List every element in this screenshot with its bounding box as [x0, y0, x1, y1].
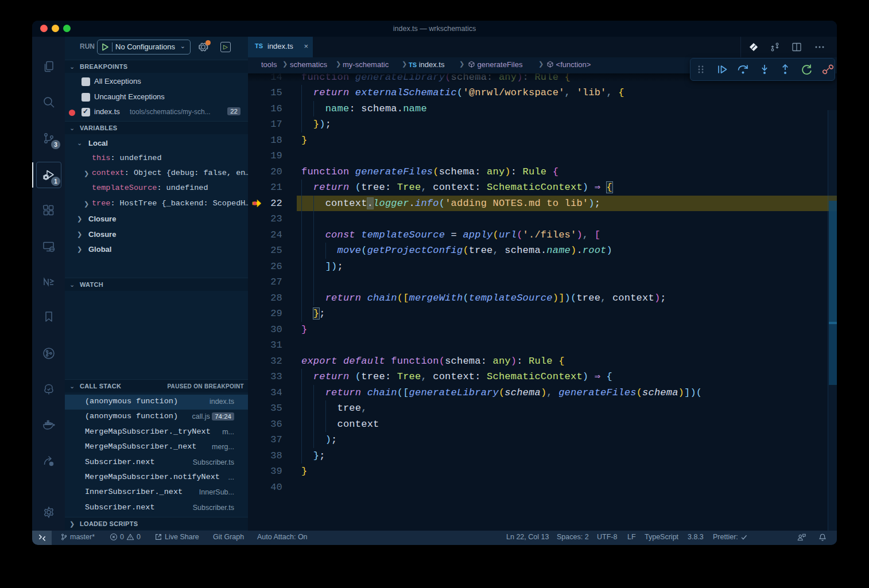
breadcrumb-item[interactable]: my-schematic [343, 60, 389, 69]
compare-branches-icon[interactable] [769, 41, 781, 53]
disconnect-icon[interactable] [821, 63, 835, 76]
line-number: 21 [248, 180, 282, 196]
debug-configuration-dropdown[interactable]: No Configurations ⌄ [97, 40, 191, 54]
status-bell[interactable] [818, 533, 827, 542]
breadcrumb-item[interactable]: tools [261, 60, 277, 69]
code-line-22: context.logger.info('adding NOTES.md to … [301, 196, 600, 212]
status-prettier-[interactable]: Prettier: [713, 533, 748, 541]
settings-gear-icon[interactable] [32, 499, 65, 526]
activity-source-control-icon[interactable]: 3 [32, 124, 65, 152]
step-over-icon[interactable] [736, 63, 750, 76]
variables-section-header[interactable]: ⌄VARIABLES [65, 121, 248, 134]
restart-icon[interactable] [800, 63, 813, 76]
variable-row-tree[interactable]: ❯tree: HostTree {_backend: ScopedH… [65, 197, 248, 212]
scope-row-closure[interactable]: ❯Closure [65, 212, 248, 227]
status-git-graph[interactable]: Git Graph [213, 533, 244, 541]
more-actions-icon[interactable] [814, 41, 825, 53]
step-into-icon[interactable] [758, 63, 771, 76]
activity-files-icon[interactable] [32, 53, 65, 80]
status-0[interactable]: 00 [110, 533, 141, 541]
status-feedback[interactable] [797, 533, 806, 542]
status-spaces-2[interactable]: Spaces: 2 [557, 533, 589, 541]
line-number: 36 [248, 416, 282, 433]
code-line-20: function generateFiles(schema: any): Rul… [301, 164, 558, 180]
close-tab-icon[interactable]: × [304, 42, 308, 50]
debug-sidebar: RUN No Configurations ⌄ ▷ ⌄BREAKPOINTSAl… [65, 37, 248, 531]
tab-index-ts[interactable]: TS index.ts × [248, 37, 313, 57]
breakpoint-checkbox[interactable] [82, 77, 90, 86]
breadcrumb-item[interactable]: schematics [290, 60, 327, 69]
step-out-icon[interactable] [778, 63, 792, 76]
breakpoints-section-header[interactable]: ⌄BREAKPOINTS [65, 60, 248, 73]
gear-notification-dot [205, 40, 211, 45]
variable-row-this[interactable]: this: undefined [65, 151, 248, 166]
breakpoint-label: index.ts [94, 107, 120, 116]
line-number: 31 [248, 337, 282, 353]
status-typescript[interactable]: TypeScript [645, 533, 678, 541]
frame-file: ... [228, 473, 234, 481]
activity-share-icon[interactable] [32, 447, 65, 475]
breakpoint-checkbox[interactable]: ✓ [82, 108, 90, 116]
breadcrumb-separator: ❯ [538, 60, 544, 68]
title-bar[interactable]: index.ts — wrkschematics [32, 21, 837, 37]
call-stack-frame[interactable]: Subscriber.nextSubscriber.ts [65, 501, 248, 516]
code-line-33: return (tree: Tree, context: SchematicCo… [301, 369, 612, 385]
continue-icon[interactable] [715, 63, 729, 76]
variable-row-context[interactable]: ❯context: Object {debug: false, en… [65, 166, 248, 181]
editor-scrollbar[interactable] [828, 110, 837, 531]
call-stack-section-header[interactable]: ⌄CALL STACKPAUSED ON BREAKPOINT [65, 379, 248, 392]
call-stack-frame[interactable]: Subscriber.nextSubscriber.ts [65, 455, 248, 470]
status-utf-8[interactable]: UTF-8 [597, 533, 617, 541]
code-line-26: ]); [301, 259, 343, 275]
loaded-scripts-section-header[interactable]: ❯LOADED SCRIPTS [65, 517, 248, 530]
scope-row-global[interactable]: ❯Global [65, 242, 248, 257]
call-stack-frame[interactable]: (anonymous function)index.ts [65, 395, 248, 410]
variable-row-templateSource[interactable]: templateSource: undefined [65, 181, 248, 196]
activity-nx-console-icon[interactable] [32, 268, 65, 295]
open-debug-console-button[interactable]: ▷ [220, 42, 231, 52]
status-3-8-3[interactable]: 3.8.3 [688, 533, 704, 541]
breakpoint-checkbox[interactable] [82, 93, 90, 102]
call-stack-frame[interactable]: InnerSubscriber._nextInnerSub... [65, 485, 248, 500]
breakpoint-dot-icon [69, 110, 75, 116]
scope-row-closure[interactable]: ❯Closure [65, 227, 248, 242]
activity-git-graph-icon[interactable] [32, 340, 65, 367]
remote-indicator[interactable] [32, 531, 52, 545]
breadcrumb-item[interactable]: generateFiles [468, 60, 522, 69]
call-stack-frame[interactable]: MergeMapSubscriber._nextmerg... [65, 440, 248, 455]
activity-search-icon[interactable] [32, 88, 65, 116]
code-line-25: move(getProjectConfig(tree, schema.name)… [301, 243, 612, 259]
status-lf[interactable]: LF [627, 533, 636, 541]
code-line-28: return chain([mergeWith(templateSource)]… [301, 290, 666, 306]
call-stack-frame[interactable]: MergeMapSubscriber.notifyNext... [65, 470, 248, 485]
status-auto-attach-on[interactable]: Auto Attach: On [257, 533, 308, 541]
activity-test-explorer-icon[interactable] [32, 376, 65, 403]
code-line-27 [301, 274, 325, 290]
start-debug-icon[interactable] [102, 43, 108, 51]
call-stack-frame[interactable]: (anonymous function)call.js 74:24 [65, 410, 248, 425]
code-editor[interactable]: 1415161718192021222324252627282930313233… [248, 73, 837, 531]
activity-run-debug-icon[interactable]: 1 [32, 161, 65, 189]
breakpoint-row[interactable]: ✓index.tstools/schematics/my-sch...22 [65, 105, 248, 120]
line-number: 32 [248, 353, 282, 369]
activity-docker-icon[interactable] [32, 411, 65, 439]
watch-section-header[interactable]: ⌄WATCH [65, 278, 248, 291]
split-editor-icon[interactable] [791, 41, 802, 53]
activity-remote-explorer-icon[interactable] [32, 233, 65, 260]
status-live-share[interactable]: Live Share [154, 533, 199, 541]
breadcrumb-item[interactable]: TS index.ts [409, 60, 444, 69]
activity-bookmarks-icon[interactable] [32, 303, 65, 330]
debug-settings-gear[interactable] [198, 42, 208, 52]
activity-extensions-icon[interactable] [32, 197, 65, 224]
breakpoint-row[interactable]: Uncaught Exceptions [65, 90, 248, 105]
breadcrumb-item[interactable]: <function> [546, 60, 591, 69]
open-changes-icon[interactable] [748, 41, 759, 53]
status-ln-22-col-13[interactable]: Ln 22, Col 13 [506, 533, 549, 541]
line-number: 34 [248, 385, 282, 401]
editor-group: TS index.ts × tools❯schematics❯my-schema… [248, 37, 837, 531]
status-master-[interactable]: master* [60, 533, 95, 541]
scope-row-local[interactable]: ⌄Local [65, 136, 248, 151]
call-stack-frame[interactable]: MergeMapSubscriber._tryNextm... [65, 425, 248, 440]
breadcrumb-separator: ❯ [459, 60, 464, 68]
breakpoint-row[interactable]: All Exceptions [65, 75, 248, 89]
